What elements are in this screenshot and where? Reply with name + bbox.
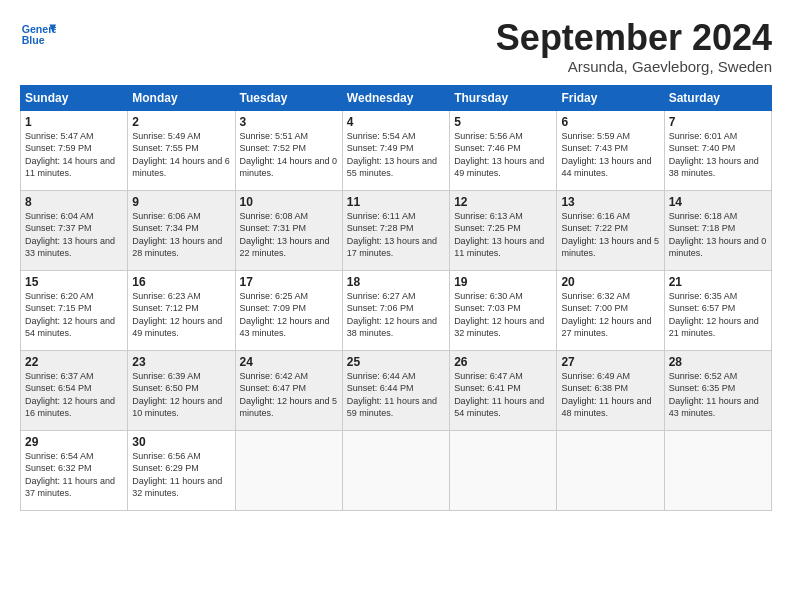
day-number: 26 — [454, 355, 552, 369]
header: General Blue September 2024 Arsunda, Gae… — [20, 18, 772, 75]
logo-icon: General Blue — [20, 18, 56, 54]
day-number: 6 — [561, 115, 659, 129]
day-info: Sunrise: 6:13 AMSunset: 7:25 PMDaylight:… — [454, 211, 544, 259]
day-cell: 28 Sunrise: 6:52 AMSunset: 6:35 PMDaylig… — [664, 350, 771, 430]
day-number: 11 — [347, 195, 445, 209]
week-row-5: 29 Sunrise: 6:54 AMSunset: 6:32 PMDaylig… — [21, 430, 772, 510]
day-number: 13 — [561, 195, 659, 209]
day-info: Sunrise: 6:54 AMSunset: 6:32 PMDaylight:… — [25, 451, 115, 499]
day-cell: 4 Sunrise: 5:54 AMSunset: 7:49 PMDayligh… — [342, 110, 449, 190]
day-cell: 13 Sunrise: 6:16 AMSunset: 7:22 PMDaylig… — [557, 190, 664, 270]
day-info: Sunrise: 6:04 AMSunset: 7:37 PMDaylight:… — [25, 211, 115, 259]
day-cell: 7 Sunrise: 6:01 AMSunset: 7:40 PMDayligh… — [664, 110, 771, 190]
day-info: Sunrise: 6:44 AMSunset: 6:44 PMDaylight:… — [347, 371, 437, 419]
day-cell — [235, 430, 342, 510]
day-cell: 14 Sunrise: 6:18 AMSunset: 7:18 PMDaylig… — [664, 190, 771, 270]
day-info: Sunrise: 6:08 AMSunset: 7:31 PMDaylight:… — [240, 211, 330, 259]
day-cell: 25 Sunrise: 6:44 AMSunset: 6:44 PMDaylig… — [342, 350, 449, 430]
day-cell: 19 Sunrise: 6:30 AMSunset: 7:03 PMDaylig… — [450, 270, 557, 350]
day-cell: 24 Sunrise: 6:42 AMSunset: 6:47 PMDaylig… — [235, 350, 342, 430]
header-monday: Monday — [128, 85, 235, 110]
day-info: Sunrise: 6:56 AMSunset: 6:29 PMDaylight:… — [132, 451, 222, 499]
day-number: 17 — [240, 275, 338, 289]
day-info: Sunrise: 5:56 AMSunset: 7:46 PMDaylight:… — [454, 131, 544, 179]
day-info: Sunrise: 6:20 AMSunset: 7:15 PMDaylight:… — [25, 291, 115, 339]
day-cell: 30 Sunrise: 6:56 AMSunset: 6:29 PMDaylig… — [128, 430, 235, 510]
day-cell — [342, 430, 449, 510]
header-friday: Friday — [557, 85, 664, 110]
day-info: Sunrise: 5:47 AMSunset: 7:59 PMDaylight:… — [25, 131, 115, 179]
day-cell: 27 Sunrise: 6:49 AMSunset: 6:38 PMDaylig… — [557, 350, 664, 430]
day-number: 19 — [454, 275, 552, 289]
week-row-1: 1 Sunrise: 5:47 AMSunset: 7:59 PMDayligh… — [21, 110, 772, 190]
day-info: Sunrise: 6:35 AMSunset: 6:57 PMDaylight:… — [669, 291, 759, 339]
day-number: 16 — [132, 275, 230, 289]
day-number: 24 — [240, 355, 338, 369]
day-info: Sunrise: 6:01 AMSunset: 7:40 PMDaylight:… — [669, 131, 759, 179]
day-cell: 5 Sunrise: 5:56 AMSunset: 7:46 PMDayligh… — [450, 110, 557, 190]
day-info: Sunrise: 6:16 AMSunset: 7:22 PMDaylight:… — [561, 211, 659, 259]
day-info: Sunrise: 6:39 AMSunset: 6:50 PMDaylight:… — [132, 371, 222, 419]
header-thursday: Thursday — [450, 85, 557, 110]
day-info: Sunrise: 5:54 AMSunset: 7:49 PMDaylight:… — [347, 131, 437, 179]
day-number: 4 — [347, 115, 445, 129]
day-cell: 15 Sunrise: 6:20 AMSunset: 7:15 PMDaylig… — [21, 270, 128, 350]
day-cell: 10 Sunrise: 6:08 AMSunset: 7:31 PMDaylig… — [235, 190, 342, 270]
day-info: Sunrise: 6:47 AMSunset: 6:41 PMDaylight:… — [454, 371, 544, 419]
title-block: September 2024 Arsunda, Gaevleborg, Swed… — [496, 18, 772, 75]
week-row-2: 8 Sunrise: 6:04 AMSunset: 7:37 PMDayligh… — [21, 190, 772, 270]
day-number: 7 — [669, 115, 767, 129]
day-number: 27 — [561, 355, 659, 369]
day-info: Sunrise: 5:59 AMSunset: 7:43 PMDaylight:… — [561, 131, 651, 179]
day-cell: 2 Sunrise: 5:49 AMSunset: 7:55 PMDayligh… — [128, 110, 235, 190]
day-info: Sunrise: 6:30 AMSunset: 7:03 PMDaylight:… — [454, 291, 544, 339]
day-cell: 26 Sunrise: 6:47 AMSunset: 6:41 PMDaylig… — [450, 350, 557, 430]
day-number: 22 — [25, 355, 123, 369]
day-info: Sunrise: 6:25 AMSunset: 7:09 PMDaylight:… — [240, 291, 330, 339]
day-info: Sunrise: 6:52 AMSunset: 6:35 PMDaylight:… — [669, 371, 759, 419]
day-info: Sunrise: 6:27 AMSunset: 7:06 PMDaylight:… — [347, 291, 437, 339]
day-cell — [557, 430, 664, 510]
header-wednesday: Wednesday — [342, 85, 449, 110]
day-info: Sunrise: 6:23 AMSunset: 7:12 PMDaylight:… — [132, 291, 222, 339]
day-cell: 3 Sunrise: 5:51 AMSunset: 7:52 PMDayligh… — [235, 110, 342, 190]
day-cell: 12 Sunrise: 6:13 AMSunset: 7:25 PMDaylig… — [450, 190, 557, 270]
day-info: Sunrise: 6:42 AMSunset: 6:47 PMDaylight:… — [240, 371, 338, 419]
calendar-table: Sunday Monday Tuesday Wednesday Thursday… — [20, 85, 772, 511]
day-info: Sunrise: 6:49 AMSunset: 6:38 PMDaylight:… — [561, 371, 651, 419]
day-cell: 17 Sunrise: 6:25 AMSunset: 7:09 PMDaylig… — [235, 270, 342, 350]
day-info: Sunrise: 5:51 AMSunset: 7:52 PMDaylight:… — [240, 131, 338, 179]
day-number: 14 — [669, 195, 767, 209]
svg-text:General: General — [22, 23, 56, 35]
logo: General Blue — [20, 18, 56, 54]
day-number: 25 — [347, 355, 445, 369]
day-info: Sunrise: 6:37 AMSunset: 6:54 PMDaylight:… — [25, 371, 115, 419]
day-info: Sunrise: 6:18 AMSunset: 7:18 PMDaylight:… — [669, 211, 767, 259]
day-cell: 1 Sunrise: 5:47 AMSunset: 7:59 PMDayligh… — [21, 110, 128, 190]
day-info: Sunrise: 5:49 AMSunset: 7:55 PMDaylight:… — [132, 131, 230, 179]
day-cell: 20 Sunrise: 6:32 AMSunset: 7:00 PMDaylig… — [557, 270, 664, 350]
day-number: 12 — [454, 195, 552, 209]
day-number: 23 — [132, 355, 230, 369]
header-sunday: Sunday — [21, 85, 128, 110]
day-cell: 6 Sunrise: 5:59 AMSunset: 7:43 PMDayligh… — [557, 110, 664, 190]
header-tuesday: Tuesday — [235, 85, 342, 110]
week-row-3: 15 Sunrise: 6:20 AMSunset: 7:15 PMDaylig… — [21, 270, 772, 350]
svg-text:Blue: Blue — [22, 34, 45, 46]
day-cell: 23 Sunrise: 6:39 AMSunset: 6:50 PMDaylig… — [128, 350, 235, 430]
day-number: 28 — [669, 355, 767, 369]
day-cell: 16 Sunrise: 6:23 AMSunset: 7:12 PMDaylig… — [128, 270, 235, 350]
day-info: Sunrise: 6:06 AMSunset: 7:34 PMDaylight:… — [132, 211, 222, 259]
day-info: Sunrise: 6:32 AMSunset: 7:00 PMDaylight:… — [561, 291, 651, 339]
day-cell: 29 Sunrise: 6:54 AMSunset: 6:32 PMDaylig… — [21, 430, 128, 510]
day-cell: 11 Sunrise: 6:11 AMSunset: 7:28 PMDaylig… — [342, 190, 449, 270]
day-number: 21 — [669, 275, 767, 289]
day-cell: 21 Sunrise: 6:35 AMSunset: 6:57 PMDaylig… — [664, 270, 771, 350]
day-number: 2 — [132, 115, 230, 129]
day-number: 8 — [25, 195, 123, 209]
day-cell — [450, 430, 557, 510]
weekday-header-row: Sunday Monday Tuesday Wednesday Thursday… — [21, 85, 772, 110]
day-cell — [664, 430, 771, 510]
day-cell: 18 Sunrise: 6:27 AMSunset: 7:06 PMDaylig… — [342, 270, 449, 350]
week-row-4: 22 Sunrise: 6:37 AMSunset: 6:54 PMDaylig… — [21, 350, 772, 430]
